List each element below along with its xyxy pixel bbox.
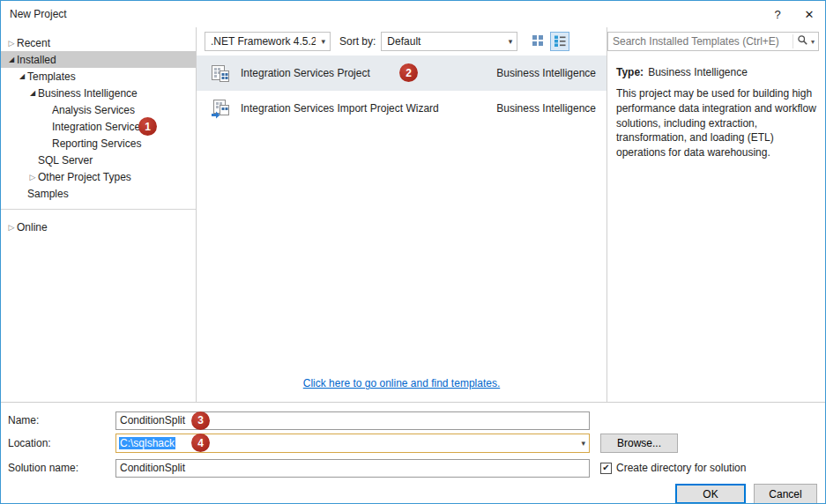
- solution-name-input[interactable]: [115, 459, 590, 478]
- template-list-pane: .NET Framework 4.5.2 ▾ Sort by: Default …: [197, 27, 606, 402]
- search-box[interactable]: ▾: [607, 32, 819, 51]
- location-combobox[interactable]: C:\sqlshack ▾: [115, 434, 590, 453]
- search-icon[interactable]: [797, 34, 808, 48]
- sidebar-item-samples[interactable]: Samples: [1, 185, 196, 202]
- sidebar-item-label: Business Intelligence: [38, 87, 138, 100]
- tree-divider: [1, 209, 196, 210]
- browse-button[interactable]: Browse...: [600, 434, 678, 453]
- sidebar-item-label: Online: [17, 221, 48, 233]
- chevron-down-icon[interactable]: ▾: [581, 439, 585, 448]
- create-directory-checkbox[interactable]: ✔: [600, 463, 612, 474]
- search-options-chevron-icon[interactable]: ▾: [811, 38, 815, 46]
- small-icons-view-icon: [531, 33, 545, 50]
- sidebar-item-integration-services[interactable]: Integration Services 1: [1, 118, 196, 135]
- sidebar-item-templates[interactable]: ◢ Templates: [1, 68, 196, 85]
- sidebar-item-label: Recent: [17, 37, 50, 49]
- annotation-badge-2: 2: [399, 63, 418, 82]
- framework-dropdown[interactable]: .NET Framework 4.5.2 ▾: [205, 32, 331, 51]
- template-category: Business Intelligence: [496, 67, 596, 79]
- sidebar-item-label: SQL Server: [38, 154, 93, 167]
- help-button[interactable]: ?: [762, 1, 793, 27]
- sidebar-item-label: Other Project Types: [38, 171, 131, 183]
- title-bar: New Project ? ✕: [1, 1, 825, 27]
- chevron-expanded-icon[interactable]: ◢: [6, 56, 17, 63]
- close-button[interactable]: ✕: [793, 1, 825, 27]
- sidebar-item-other-project-types[interactable]: ▷ Other Project Types: [1, 168, 196, 185]
- sidebar-item-label: Installed: [17, 54, 56, 66]
- sidebar-item-reporting-services[interactable]: Reporting Services: [1, 135, 196, 152]
- list-empty-area: [197, 126, 606, 377]
- chevron-expanded-icon[interactable]: ◢: [27, 89, 38, 97]
- chevron-collapsed-icon[interactable]: ▷: [6, 223, 17, 232]
- list-view-icon: [553, 33, 567, 50]
- annotation-badge-3: 3: [191, 411, 210, 430]
- template-category: Business Intelligence: [496, 102, 596, 115]
- template-details-pane: ▾ Type:Business Intelligence This projec…: [606, 27, 825, 402]
- sidebar-item-label: Analysis Services: [52, 104, 135, 116]
- location-label: Location:: [8, 437, 115, 449]
- integration-services-project-icon: [209, 62, 232, 85]
- online-templates-link[interactable]: Click here to go online and find templat…: [303, 377, 500, 389]
- location-selected-text[interactable]: C:\sqlshack: [119, 437, 175, 449]
- sidebar-item-label: Templates: [27, 70, 76, 83]
- template-name: Integration Services Project: [241, 67, 370, 79]
- new-project-dialog: New Project ? ✕ ▷ Recent ◢ Installed ◢ T…: [0, 0, 826, 504]
- annotation-badge-4: 4: [191, 434, 210, 452]
- template-description: Type:Business Intelligence This project …: [607, 56, 825, 160]
- template-list: Integration Services Project 2 Business …: [197, 56, 606, 402]
- template-description-text: This project may be used for building hi…: [616, 86, 816, 160]
- annotation-badge-1: 1: [138, 117, 157, 136]
- sort-by-label: Sort by:: [339, 35, 376, 48]
- project-settings-form: Name: 3 Location: C:\sqlshack ▾ 4 Browse…: [1, 402, 825, 503]
- search-input[interactable]: [608, 33, 793, 49]
- sidebar-item-label: Reporting Services: [52, 137, 141, 150]
- sidebar-item-online[interactable]: ▷ Online: [1, 219, 196, 235]
- chevron-collapsed-icon[interactable]: ▷: [27, 173, 38, 182]
- project-name-input[interactable]: [115, 411, 590, 430]
- create-directory-label[interactable]: Create directory for solution: [616, 462, 746, 474]
- chevron-down-icon: ▾: [321, 37, 325, 46]
- small-icons-view-button[interactable]: [528, 32, 547, 51]
- sidebar-item-recent[interactable]: ▷ Recent: [1, 34, 196, 51]
- ok-button[interactable]: OK: [675, 484, 746, 504]
- sidebar-item-label: Integration Services: [52, 121, 145, 133]
- sidebar-item-analysis-services[interactable]: Analysis Services: [1, 101, 196, 118]
- list-view-button[interactable]: [550, 32, 569, 51]
- chevron-down-icon: ▾: [509, 37, 513, 46]
- type-label: Type:: [616, 66, 644, 78]
- sidebar-item-business-intelligence[interactable]: ◢ Business Intelligence: [1, 85, 196, 101]
- sort-dropdown[interactable]: Default ▾: [381, 32, 517, 51]
- type-value: Business Intelligence: [648, 66, 748, 78]
- template-item-integration-services-project[interactable]: Integration Services Project 2 Business …: [197, 56, 606, 91]
- sidebar-item-installed[interactable]: ◢ Installed: [1, 51, 196, 68]
- template-name: Integration Services Import Project Wiza…: [241, 102, 439, 115]
- integration-services-import-wizard-icon: [209, 97, 232, 120]
- template-category-tree: ▷ Recent ◢ Installed ◢ Templates ◢ Busin…: [1, 27, 197, 402]
- sidebar-item-sql-server[interactable]: SQL Server: [1, 152, 196, 168]
- sidebar-item-label: Samples: [27, 188, 69, 200]
- chevron-expanded-icon[interactable]: ◢: [17, 72, 27, 80]
- checkmark-icon: ✔: [602, 463, 609, 472]
- solution-name-label: Solution name:: [8, 462, 115, 474]
- list-toolbar: .NET Framework 4.5.2 ▾ Sort by: Default …: [197, 27, 606, 56]
- chevron-collapsed-icon[interactable]: ▷: [6, 39, 17, 48]
- cancel-button[interactable]: Cancel: [754, 484, 817, 504]
- template-item-integration-services-import-project-wizard[interactable]: Integration Services Import Project Wiza…: [197, 91, 606, 126]
- name-label: Name:: [8, 414, 115, 426]
- window-title: New Project: [10, 8, 67, 20]
